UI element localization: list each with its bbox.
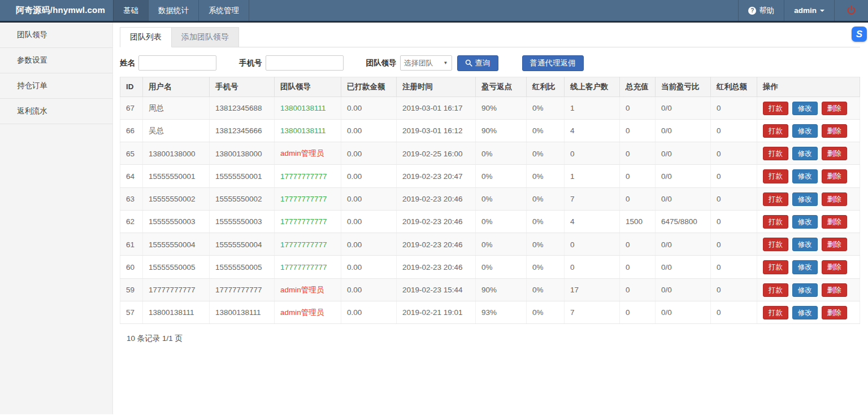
delete-button[interactable]: 删除 xyxy=(822,147,847,160)
user-dropdown[interactable]: admin xyxy=(784,0,834,21)
cell-bonus-total: 0 xyxy=(711,187,757,210)
cell-username: 13800138000 xyxy=(143,142,210,165)
cell-current-pl-ratio: 0/0 xyxy=(656,233,711,256)
cell-id: 60 xyxy=(120,256,143,278)
delete-button[interactable]: 删除 xyxy=(822,215,847,229)
cell-actions: 打款 修改 删除 xyxy=(757,97,860,119)
cell-online-clients: 0 xyxy=(565,256,620,278)
cell-online-clients: 4 xyxy=(565,210,620,233)
edit-button[interactable]: 修改 xyxy=(792,283,818,297)
cell-bonus-ratio: 0% xyxy=(527,210,565,233)
pay-button[interactable]: 打款 xyxy=(763,169,788,183)
pay-button[interactable]: 打款 xyxy=(763,215,788,229)
phone-input[interactable] xyxy=(266,55,344,71)
cell-paid-amount: 0.00 xyxy=(341,97,397,119)
delete-button[interactable]: 删除 xyxy=(822,306,847,319)
cell-team-leader-link[interactable]: 13800138111 xyxy=(275,97,341,119)
pay-button[interactable]: 打款 xyxy=(763,147,788,160)
cell-phone: 13812345666 xyxy=(210,119,275,142)
sidebar-item-parameters[interactable]: 参数设置 xyxy=(0,48,112,73)
edit-button[interactable]: 修改 xyxy=(792,102,818,115)
sidebar-item-position-orders[interactable]: 持仓订单 xyxy=(0,73,112,99)
delete-button[interactable]: 删除 xyxy=(822,283,847,297)
tab-add-team-leader[interactable]: 添加团队领导 xyxy=(172,27,239,47)
column-header: 用户名 xyxy=(143,77,210,97)
cell-team-leader-link[interactable]: admin管理员 xyxy=(275,301,341,323)
filter-bar: 姓名 手机号 团队领导 选择团队 ▼ xyxy=(120,55,860,71)
delete-button[interactable]: 删除 xyxy=(822,238,847,251)
cell-id: 66 xyxy=(120,119,143,142)
delete-button[interactable]: 删除 xyxy=(822,192,847,206)
cell-paid-amount: 0.00 xyxy=(341,278,397,301)
sidebar-item-team-leader[interactable]: 团队领导 xyxy=(0,23,112,48)
name-input[interactable] xyxy=(138,55,216,71)
cell-team-leader-link[interactable]: 17777777777 xyxy=(275,256,341,278)
table-row: 60 15555550005 15555550005 17777777777 0… xyxy=(120,256,860,278)
pay-button[interactable]: 打款 xyxy=(763,283,788,297)
cell-total-recharge: 0 xyxy=(620,119,656,142)
cell-paid-amount: 0.00 xyxy=(341,210,397,233)
logout-button[interactable] xyxy=(834,0,868,21)
cell-team-leader-link[interactable]: 13800138111 xyxy=(275,119,341,142)
pay-button[interactable]: 打款 xyxy=(763,192,788,206)
tab-team-list[interactable]: 团队列表 xyxy=(120,27,172,47)
delete-button[interactable]: 删除 xyxy=(822,169,847,183)
cell-actions: 打款 修改 删除 xyxy=(757,165,860,187)
help-button[interactable]: ? 帮助 xyxy=(738,0,784,21)
cell-team-leader-link[interactable]: 17777777777 xyxy=(275,187,341,210)
edit-button[interactable]: 修改 xyxy=(792,192,818,206)
delete-button[interactable]: 删除 xyxy=(822,102,847,115)
column-header: 红利比 xyxy=(527,77,565,97)
edit-button[interactable]: 修改 xyxy=(792,215,818,229)
cell-online-clients: 17 xyxy=(565,278,620,301)
edit-button[interactable]: 修改 xyxy=(792,169,818,183)
delete-button[interactable]: 删除 xyxy=(822,124,847,138)
extension-s-icon[interactable]: S xyxy=(852,27,867,42)
cell-bonus-total: 0 xyxy=(711,119,757,142)
agent-rebate-button[interactable]: 普通代理返佣 xyxy=(522,55,584,71)
table-row: 62 15555550003 15555550003 17777777777 0… xyxy=(120,210,860,233)
brand-title: 阿奇源码/hnymwl.com xyxy=(0,0,113,21)
navbar-right: ? 帮助 admin xyxy=(738,0,868,21)
edit-button[interactable]: 修改 xyxy=(792,306,818,319)
delete-button[interactable]: 删除 xyxy=(822,260,847,274)
cell-username: 15555550001 xyxy=(143,165,210,187)
edit-button[interactable]: 修改 xyxy=(792,147,818,160)
cell-actions: 打款 修改 删除 xyxy=(757,278,860,301)
cell-paid-amount: 0.00 xyxy=(341,119,397,142)
pay-button[interactable]: 打款 xyxy=(763,306,788,319)
pay-button[interactable]: 打款 xyxy=(763,260,788,274)
cell-total-recharge: 0 xyxy=(620,97,656,119)
edit-button[interactable]: 修改 xyxy=(792,238,818,251)
edit-button[interactable]: 修改 xyxy=(792,124,818,138)
pay-button[interactable]: 打款 xyxy=(763,102,788,115)
cell-current-pl-ratio: 0/0 xyxy=(656,97,711,119)
table-row: 59 17777777777 17777777777 admin管理员 0.00… xyxy=(120,278,860,301)
nav-item-statistics[interactable]: 数据统计 xyxy=(148,0,198,21)
cell-bonus-ratio: 0% xyxy=(527,165,565,187)
table-row: 61 15555550004 15555550004 17777777777 0… xyxy=(120,233,860,256)
cell-team-leader-link[interactable]: admin管理员 xyxy=(275,278,341,301)
cell-total-recharge: 0 xyxy=(620,233,656,256)
cell-total-recharge: 0 xyxy=(620,187,656,210)
search-button[interactable]: 查询 xyxy=(457,55,498,71)
cell-online-clients: 7 xyxy=(565,187,620,210)
nav-item-system[interactable]: 系统管理 xyxy=(198,0,249,21)
cell-pl-rebate: 90% xyxy=(476,119,527,142)
cell-team-leader-link[interactable]: admin管理员 xyxy=(275,142,341,165)
nav-item-basic[interactable]: 基础 xyxy=(113,0,148,21)
cell-online-clients: 1 xyxy=(565,165,620,187)
record-count: 10 条记录 1/1 页 xyxy=(120,334,860,344)
edit-button[interactable]: 修改 xyxy=(792,260,818,274)
pay-button[interactable]: 打款 xyxy=(763,124,788,138)
cell-team-leader-link[interactable]: 17777777777 xyxy=(275,210,341,233)
cell-phone: 15555550001 xyxy=(210,165,275,187)
team-select[interactable]: 选择团队 ▼ xyxy=(400,55,452,71)
pay-button[interactable]: 打款 xyxy=(763,238,788,251)
team-select-value: 选择团队 xyxy=(404,58,433,68)
sidebar-item-rebate-flow[interactable]: 返利流水 xyxy=(0,99,112,124)
cell-id: 67 xyxy=(120,97,143,119)
cell-team-leader-link[interactable]: 17777777777 xyxy=(275,165,341,187)
cell-register-time: 2019-02-23 20:46 xyxy=(397,187,476,210)
cell-team-leader-link[interactable]: 17777777777 xyxy=(275,233,341,256)
